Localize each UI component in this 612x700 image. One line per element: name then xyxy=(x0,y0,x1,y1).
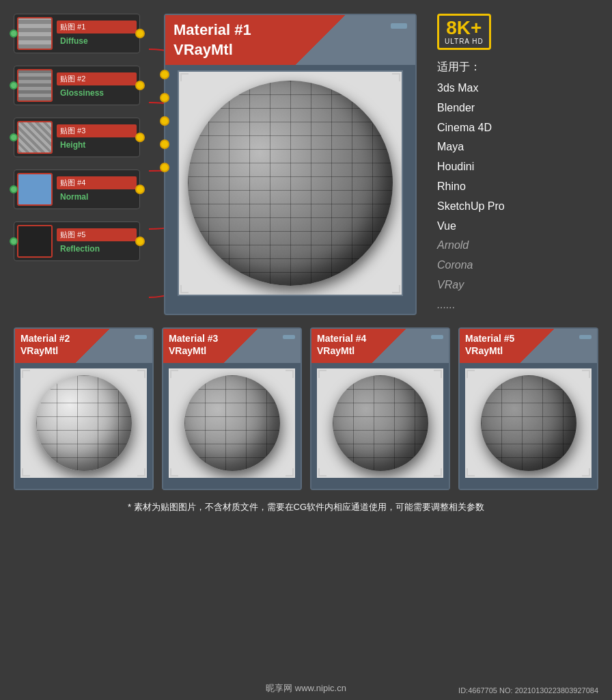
material-2-line1: Material #2 xyxy=(20,332,70,345)
thumb-glossiness xyxy=(17,69,53,102)
material-card-3-body xyxy=(163,363,301,483)
material-4-line1: Material #4 xyxy=(317,332,366,345)
texture-node-height[interactable]: 贴图 #3 Height xyxy=(14,118,140,157)
corner-br xyxy=(392,285,400,293)
id-tag: ID:4667705 NO: 20210130223803927084 xyxy=(458,686,598,695)
input-connector-3 xyxy=(160,116,169,126)
minimize-button-5[interactable] xyxy=(579,335,592,339)
compat-item-vue: Vue xyxy=(437,217,592,237)
right-connector-reflection xyxy=(135,237,145,246)
material-card-2: Material #2 VRayMtl xyxy=(14,327,154,490)
sphere-main xyxy=(188,81,393,286)
corner-bl xyxy=(180,285,189,293)
node-sublabel-4: Normal xyxy=(57,191,137,203)
input-connector-5 xyxy=(160,163,169,172)
sphere-container-2 xyxy=(20,368,147,478)
material-card-2-header: Material #2 VRayMtl xyxy=(15,329,152,363)
material-card-2-title: Material #2 VRayMtl xyxy=(20,332,70,357)
compat-item-maya: Maya xyxy=(437,137,592,157)
material-card-5-title: Material #5 VRayMtl xyxy=(465,332,514,357)
corner-tl xyxy=(180,73,189,81)
minimize-button-2[interactable] xyxy=(135,335,147,339)
sphere-5 xyxy=(481,375,576,471)
material-card-body xyxy=(165,65,415,301)
compat-item-arnold: Arnold xyxy=(437,236,592,256)
material-card-4-header: Material #4 VRayMtl xyxy=(311,329,449,363)
right-connector-height xyxy=(135,133,145,142)
left-connector-normal xyxy=(10,185,18,193)
minimize-button[interactable] xyxy=(391,23,407,29)
footer-lines xyxy=(393,304,410,306)
right-connector-glossiness xyxy=(135,81,145,90)
material-5-line2: VRayMtl xyxy=(465,345,514,357)
bottom-section: Material #2 VRayMtl xyxy=(14,327,598,490)
material-4-line2: VRayMtl xyxy=(317,345,366,357)
texture-node-normal[interactable]: 贴图 #4 Normal xyxy=(14,170,140,209)
footer-note: * 素材为贴图图片，不含材质文件，需要在CG软件内相应通道使用，可能需要调整相关… xyxy=(14,501,598,513)
material-card-header: Material #1 VRayMtl xyxy=(165,15,415,65)
compat-item-corona: Corona xyxy=(437,256,592,275)
input-connector-1 xyxy=(160,70,169,79)
badge-8k-sub: ULTRA HD xyxy=(445,38,484,45)
main-area: 贴图 #1 Diffuse 贴图 #2 Glossiness xyxy=(0,0,612,700)
node-editor: 贴图 #1 Diffuse 贴图 #2 Glossiness xyxy=(14,14,150,315)
sphere-3 xyxy=(184,375,280,471)
sphere-container-3 xyxy=(169,368,295,478)
sphere-2 xyxy=(36,375,132,471)
watermark: 昵享网 www.nipic.cn xyxy=(266,682,346,695)
material-5-line1: Material #5 xyxy=(465,332,514,345)
compat-item-sketchup: SketchUp Pro xyxy=(437,197,592,217)
material-card-3-title: Material #3 VRayMtl xyxy=(169,332,218,357)
material-card-5: Material #5 VRayMtl xyxy=(458,327,598,490)
material-card-main: Material #1 VRayMtl xyxy=(164,14,417,315)
sphere-container-5 xyxy=(465,368,592,478)
minimize-button-4[interactable] xyxy=(431,335,443,339)
thumb-normal xyxy=(17,173,53,206)
compat-item-rhino: Rhino xyxy=(437,177,592,197)
compat-item-cinema4d: Cinema 4D xyxy=(437,118,592,138)
right-connector-diffuse xyxy=(135,29,145,38)
right-connector-normal xyxy=(135,185,145,194)
node-sublabel-5: Reflection xyxy=(57,243,137,255)
node-label-5: 贴图 #5 xyxy=(57,228,137,241)
node-label-1: 贴图 #1 xyxy=(57,21,137,33)
compat-item-vray: VRay xyxy=(437,275,592,295)
left-connector-reflection xyxy=(10,237,18,245)
texture-node-glossiness[interactable]: 贴图 #2 Glossiness xyxy=(14,66,140,105)
compat-item-3dsmax: 3ds Max xyxy=(437,79,592,98)
node-sublabel-1: Diffuse xyxy=(57,35,137,47)
compat-ellipsis: ...... xyxy=(437,295,592,315)
material-title-line2: VRayMtl xyxy=(173,40,251,60)
compat-list: 3ds Max Blender Cinema 4D Maya Houdini R… xyxy=(437,79,592,315)
material-card-5-body xyxy=(460,363,597,483)
badge-8k-text: 8K+ xyxy=(446,18,482,38)
sphere-container-4 xyxy=(317,368,443,478)
sphere-4 xyxy=(333,375,428,471)
texture-node-diffuse[interactable]: 贴图 #1 Diffuse xyxy=(14,14,140,53)
thumb-reflection xyxy=(17,225,53,258)
node-sublabel-3: Height xyxy=(57,139,137,151)
node-label-3: 贴图 #3 xyxy=(57,124,137,137)
minimize-button-3[interactable] xyxy=(283,335,295,339)
material-3-line2: VRayMtl xyxy=(169,345,218,357)
node-label-4: 贴图 #4 xyxy=(57,176,137,189)
node-label-2: 贴图 #2 xyxy=(57,72,137,85)
material-card-4-title: Material #4 VRayMtl xyxy=(317,332,366,357)
material-card-footer xyxy=(165,301,415,308)
material-card-4-body xyxy=(311,363,449,483)
thumb-diffuse xyxy=(17,17,53,50)
texture-node-reflection[interactable]: 贴图 #5 Reflection xyxy=(14,221,140,261)
top-section: 贴图 #1 Diffuse 贴图 #2 Glossiness xyxy=(14,14,598,315)
material-card-title: Material #1 VRayMtl xyxy=(173,21,251,59)
material-3-line1: Material #3 xyxy=(169,332,218,345)
material-title-line1: Material #1 xyxy=(173,21,251,40)
badge-8k: 8K+ ULTRA HD xyxy=(437,14,491,50)
input-connector-2 xyxy=(160,93,169,103)
material-card-5-header: Material #5 VRayMtl xyxy=(460,329,597,363)
material-card-3-header: Material #3 VRayMtl xyxy=(163,329,301,363)
sphere-container-main xyxy=(178,70,403,296)
compat-item-blender: Blender xyxy=(437,98,592,118)
material-card-2-body xyxy=(15,363,152,483)
left-connector-glossiness xyxy=(10,81,18,90)
node-sublabel-2: Glossiness xyxy=(57,87,137,99)
